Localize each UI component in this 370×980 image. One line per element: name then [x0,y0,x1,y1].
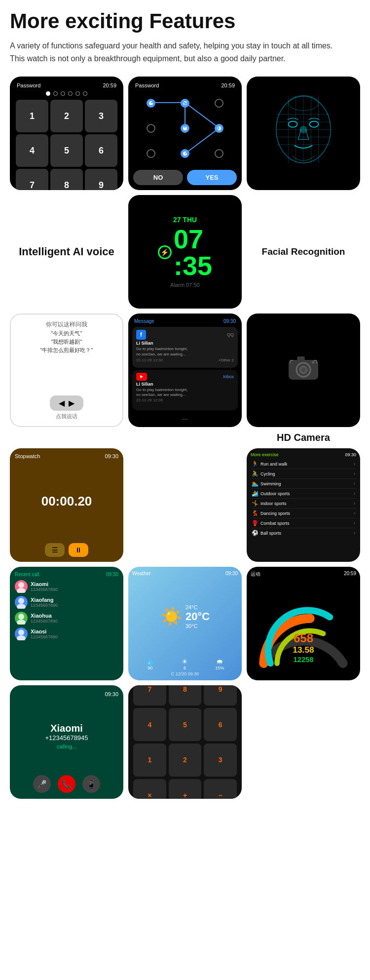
rc-contact-3: Xiaohua 12345667890 [15,612,118,625]
ex-ball[interactable]: ⚽ Ball sports › [251,528,356,538]
facial-label-area: Facial Recognition [247,246,360,257]
pin-dot-2 [53,91,58,96]
play-forward-icon: ▶ [69,398,74,408]
rc-contact-2: Xiaofang 12345667890 [15,596,118,609]
calc-5[interactable]: 5 [169,708,202,741]
play-back-icon: ◀ [59,398,65,408]
run-label: Run and walk [260,462,288,467]
pattern-header: Password 20:59 [133,81,237,89]
mute-button[interactable]: 🎤 [33,775,51,793]
msg-sender-2: Li Silian [136,382,234,387]
sport-label: 运动 [251,571,260,578]
key-8[interactable]: 8 [50,169,83,190]
calc-1[interactable]: 1 [133,744,166,777]
recent-call-screen: Recent call 09:30 Xiaomi 12345667890 [10,567,123,680]
msg-time-2: 22-12-26 12:36 [136,398,234,402]
calc-9[interactable]: 9 [204,685,237,706]
svg-text:12258: 12258 [294,656,314,664]
ex-indoor[interactable]: 🤸 Indoor sports › [251,499,356,509]
svg-point-25 [18,582,24,588]
end-call-button[interactable]: 📞 [58,775,75,793]
key-1[interactable]: 1 [16,100,48,132]
key-2[interactable]: 2 [50,100,83,132]
pin-dot-1 [46,91,50,96]
ex-swimming[interactable]: 🏊 Swimming › [251,479,356,489]
sport-stats-screen: 运动 20:59 658 13.58 12258 [247,567,360,680]
row-6: 09:30 Xiaomi +12345678945 calling... 🎤 📞… [10,685,360,799]
ex-run[interactable]: 🏃 Run and walk › [251,459,356,469]
ai-ex1: "今天的天气" [51,330,82,337]
calc-multiply[interactable]: × [133,779,166,799]
svg-point-28 [17,604,26,609]
indoor-label: Indoor sports [260,501,287,506]
ai-examples: 你可以这样问我 "今天的天气" "我想听越剧" "牛排怎么煎最好吃？" [17,320,116,354]
sw-buttons: ☰ ⏸ [15,543,118,557]
key-9[interactable]: 9 [85,169,117,190]
svg-point-29 [18,614,24,620]
cycling-icon: 🚴 [252,470,259,477]
rc-time: 09:30 [106,572,118,577]
ex-outdoor[interactable]: 🏄 Outdoor sports › [251,489,356,499]
clock-min: :35 [174,252,212,279]
pattern-time: 20:59 [221,82,235,88]
calc-8[interactable]: 8 [169,685,202,706]
key-4[interactable]: 4 [16,134,48,167]
pw-time: 20:59 [103,82,116,88]
indoor-icon: 🤸 [252,500,259,507]
ex-cycling[interactable]: 🚴 Cycling › [251,469,356,479]
inbox-label: Inbox [223,374,234,379]
ball-label: Ball sports [260,531,281,536]
ai-controls: ◀ ▶ 点我说话 [17,395,116,420]
swimming-arrow-icon: › [354,481,355,486]
pattern-yes-btn[interactable]: YES [187,170,237,185]
key-6[interactable]: 6 [85,134,117,167]
msg-app-row-yt: ▶ Inbox [136,373,234,381]
camera-svg [286,353,321,382]
calc-2[interactable]: 2 [169,744,202,777]
clock-screen: 27 THU ⚡ 07 :35 Alarm 07:50 [128,195,242,309]
calc-plus[interactable]: + [169,779,202,799]
calc-minus[interactable]: − [204,779,237,799]
calc-7[interactable]: 7 [133,685,166,706]
pdot-1 [136,92,166,114]
pattern-no-btn[interactable]: NO [133,170,183,185]
key-3[interactable]: 3 [85,100,117,132]
calc-3[interactable]: 3 [204,744,237,777]
weather-time: 09:30 [225,571,238,576]
swimming-icon: 🏊 [252,480,259,487]
ex-dancing[interactable]: 💃 Dancing sports › [251,509,356,518]
sw-header: Stopwatch 09:30 [15,453,118,459]
weather-temp-main: 20°C [185,610,210,623]
facebook-icon: f [136,330,146,340]
pin-dots [15,89,118,98]
keypad-button[interactable]: 📱 [82,775,100,793]
password-numeric-screen: Password 20:59 1 2 3 4 5 6 7 8 9 [10,77,123,190]
calculator-screen: 7 8 9 4 5 6 1 2 3 × + − [128,685,242,799]
ai-voice-button[interactable]: ◀ ▶ [50,395,83,411]
svg-point-32 [17,635,26,640]
key-7[interactable]: 7 [16,169,48,190]
pattern-buttons: NO YES [133,167,237,185]
humidity-item: 💧 90 [146,658,154,670]
run-icon: 🏃 [252,461,259,467]
qq-label: QQ [227,332,234,337]
contact-phone-3: 12345667890 [31,619,118,624]
calc-6[interactable]: 6 [204,708,237,741]
pin-dot-4 [68,91,73,96]
msg-card-fb: f QQ Li Silian Go to play badminton toni… [132,327,238,368]
svg-point-27 [18,598,24,604]
ai-voice-screen: 你可以这样问我 "今天的天气" "我想听越剧" "牛排怎么煎最好吃？" ◀ ▶ … [10,314,123,427]
call-time: 09:30 [105,691,118,697]
pdot-7 [136,143,166,164]
pdot-9 [204,143,234,164]
key-5[interactable]: 5 [50,134,83,167]
ai-voice-label-area: Intelligent AI voice [10,245,123,258]
calc-4[interactable]: 4 [133,708,166,741]
message-header: Message 09:30 [132,317,238,325]
msg-sender-1: Li Silian [136,341,234,346]
ex-time: 09:30 [345,452,356,457]
ex-combat[interactable]: 🥊 Combat sports › [251,518,356,528]
sw-list-btn[interactable]: ☰ [45,543,65,557]
sw-pause-btn[interactable]: ⏸ [69,543,88,557]
contact-phone-2: 12345667890 [31,603,118,608]
